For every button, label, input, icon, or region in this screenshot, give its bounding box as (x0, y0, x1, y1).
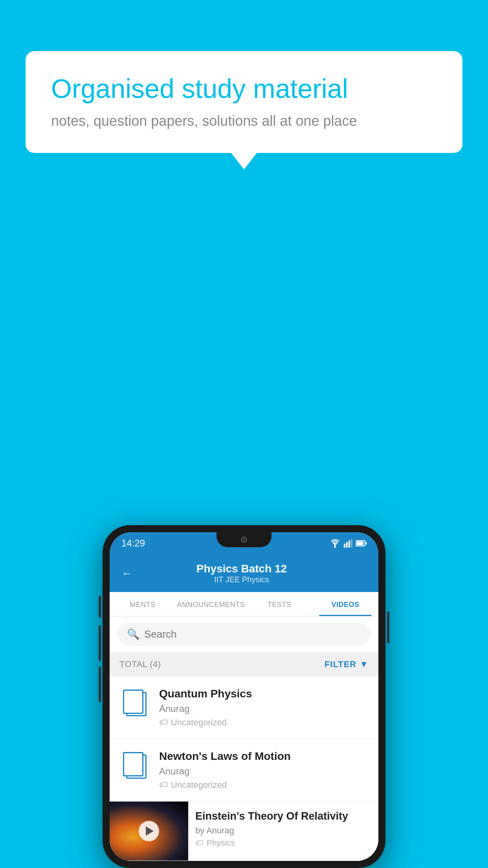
svg-rect-8 (356, 541, 363, 545)
tag-icon: 🏷 (195, 838, 204, 848)
video-author: Anurag (159, 766, 369, 777)
wifi-icon (330, 539, 341, 548)
file-icon (123, 752, 147, 780)
tag-icon: 🏷 (159, 717, 168, 728)
svg-rect-3 (346, 542, 348, 548)
play-triangle-icon (146, 826, 154, 836)
bubble-heading: Organised study material (51, 73, 437, 105)
back-button[interactable]: ← (121, 567, 132, 580)
speech-bubble-container: Organised study material notes, question… (26, 51, 462, 153)
tag-label: Physics (207, 838, 235, 848)
status-icons (330, 539, 367, 548)
tag-label: Uncategorized (171, 780, 227, 790)
tab-ments[interactable]: MENTS (110, 592, 176, 616)
search-input[interactable] (144, 628, 361, 640)
svg-rect-2 (344, 544, 345, 548)
tag-label: Uncategorized (171, 717, 227, 728)
svg-rect-5 (351, 539, 352, 548)
item-info: Einstein's Theory Of Relativity by Anura… (188, 802, 378, 856)
video-title: Einstein's Theory Of Relativity (195, 810, 371, 822)
side-button-left-3 (99, 667, 101, 702)
item-info: Newton's Laws of Motion Anurag 🏷 Uncateg… (159, 750, 369, 790)
list-item[interactable]: Quantum Physics Anurag 🏷 Uncategorized (110, 677, 378, 739)
svg-point-1 (334, 546, 336, 548)
search-container: 🔍 (110, 616, 378, 652)
video-thumbnail-box (110, 802, 188, 861)
bubble-subtext: notes, question papers, solutions all at… (51, 113, 437, 129)
camera (241, 537, 247, 543)
side-button-left-2 (99, 625, 101, 661)
video-tag: 🏷 Physics (195, 838, 371, 848)
svg-rect-7 (365, 542, 367, 544)
speech-bubble: Organised study material notes, question… (26, 51, 462, 153)
total-count: TOTAL (4) (119, 659, 161, 669)
video-list: Quantum Physics Anurag 🏷 Uncategorized (110, 677, 378, 861)
list-item[interactable]: Einstein's Theory Of Relativity by Anura… (110, 802, 378, 861)
phone-screen: 14:29 (110, 532, 378, 861)
battery-icon (356, 540, 367, 547)
svg-rect-4 (349, 541, 350, 548)
filter-bar: TOTAL (4) FILTER ▼ (110, 652, 378, 677)
status-bar: 14:29 (110, 532, 378, 554)
item-thumbnail (119, 750, 150, 782)
file-icon (123, 690, 147, 717)
phone-body: 14:29 (103, 525, 385, 868)
side-button-right (387, 612, 389, 643)
svg-marker-0 (333, 543, 338, 546)
video-title: Newton's Laws of Motion (159, 750, 369, 763)
phone-notch (216, 532, 272, 547)
play-button[interactable] (139, 821, 159, 841)
filter-label: FILTER (325, 659, 356, 669)
side-button-left-1 (99, 596, 101, 618)
video-author: by Anurag (195, 826, 371, 836)
search-bar: 🔍 (117, 623, 371, 646)
batch-subtitle: IIT JEE Physics (140, 575, 343, 584)
filter-icon: ▼ (360, 659, 369, 669)
video-tag: 🏷 Uncategorized (159, 780, 369, 790)
phone-mockup: 14:29 (103, 525, 385, 868)
tab-announcements[interactable]: ANNOUNCEMENTS (176, 592, 247, 616)
list-item[interactable]: Newton's Laws of Motion Anurag 🏷 Uncateg… (110, 739, 378, 802)
video-author: Anurag (159, 703, 369, 714)
video-tag: 🏷 Uncategorized (159, 717, 369, 728)
status-time: 14:29 (121, 538, 145, 549)
signal-icon (344, 539, 352, 548)
item-thumbnail (119, 688, 150, 719)
tab-tests[interactable]: TESTS (246, 592, 312, 616)
tag-icon: 🏷 (159, 780, 168, 790)
app-header: ← Physics Batch 12 IIT JEE Physics (110, 554, 378, 592)
tab-videos[interactable]: VIDEOS (312, 592, 378, 616)
filter-button[interactable]: FILTER ▼ (325, 659, 369, 669)
batch-title: Physics Batch 12 (140, 563, 343, 575)
video-title: Quantum Physics (159, 688, 369, 700)
header-title-block: Physics Batch 12 IIT JEE Physics (140, 563, 343, 584)
item-info: Quantum Physics Anurag 🏷 Uncategorized (159, 688, 369, 728)
search-icon: 🔍 (127, 628, 139, 640)
tab-bar: MENTS ANNOUNCEMENTS TESTS VIDEOS (110, 592, 378, 616)
